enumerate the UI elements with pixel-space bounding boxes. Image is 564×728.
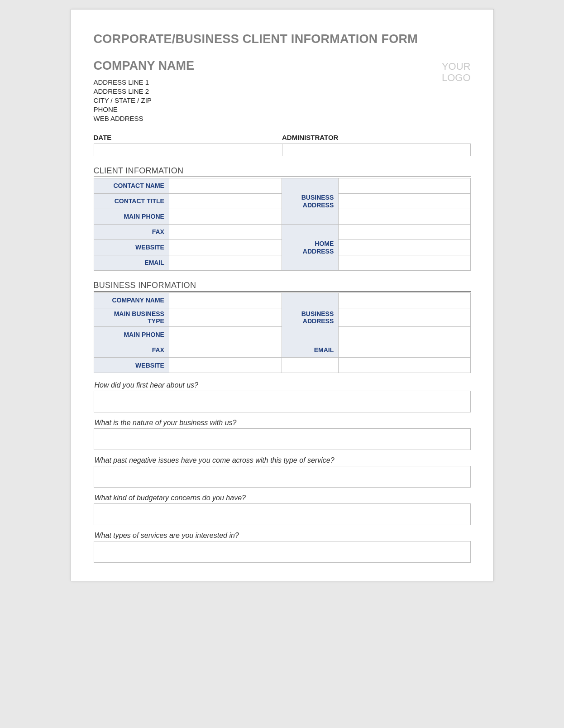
label-business-address: BUSINESS ADDRESS — [282, 178, 339, 225]
administrator-input[interactable] — [282, 144, 470, 156]
input-biz-fax[interactable] — [169, 342, 282, 358]
input-company-name[interactable] — [169, 293, 282, 308]
phone-line: PHONE — [94, 105, 195, 113]
input-email[interactable] — [169, 255, 282, 271]
label-biz-business-address: BUSINESS ADDRESS — [282, 293, 339, 342]
input-website[interactable] — [169, 240, 282, 255]
input-main-business-type[interactable] — [169, 308, 282, 327]
label-email: EMAIL — [94, 255, 169, 271]
client-info-heading: CLIENT INFORMATION — [94, 166, 471, 177]
client-info-table: CONTACT NAME BUSINESS ADDRESS CONTACT TI… — [94, 178, 471, 271]
web-line: WEB ADDRESS — [94, 115, 195, 122]
question-4-label: What kind of budgetary concerns do you h… — [95, 494, 471, 502]
label-biz-website: WEBSITE — [94, 358, 169, 373]
label-biz-fax: FAX — [94, 342, 169, 358]
label-main-phone: MAIN PHONE — [94, 209, 169, 225]
label-fax: FAX — [94, 225, 169, 240]
business-info-heading: BUSINESS INFORMATION — [94, 281, 471, 292]
label-biz-email: EMAIL — [282, 342, 339, 358]
input-business-address-3[interactable] — [339, 209, 470, 225]
input-biz-address-1[interactable] — [339, 293, 470, 308]
city-state-zip: CITY / STATE / ZIP — [94, 96, 195, 104]
input-biz-main-phone[interactable] — [169, 327, 282, 342]
input-main-phone[interactable] — [169, 209, 282, 225]
input-fax[interactable] — [169, 225, 282, 240]
input-business-address-1[interactable] — [339, 178, 470, 194]
question-1-input[interactable] — [94, 391, 471, 412]
date-label: DATE — [94, 134, 112, 141]
label-home-address: HOME ADDRESS — [282, 225, 339, 271]
company-header: COMPANY NAME ADDRESS LINE 1 ADDRESS LINE… — [94, 59, 195, 124]
blank-cell-1 — [282, 358, 339, 373]
document-page: CORPORATE/BUSINESS CLIENT INFORMATION FO… — [71, 9, 494, 581]
input-home-address-1[interactable] — [339, 225, 470, 240]
label-biz-main-phone: MAIN PHONE — [94, 327, 169, 342]
address-line-1: ADDRESS LINE 1 — [94, 78, 195, 86]
input-biz-email[interactable] — [339, 342, 470, 358]
question-5-input[interactable] — [94, 541, 471, 563]
label-contact-title: CONTACT TITLE — [94, 194, 169, 209]
address-line-2: ADDRESS LINE 2 — [94, 87, 195, 95]
label-main-business-type: MAIN BUSINESS TYPE — [94, 308, 169, 327]
input-home-address-3[interactable] — [339, 255, 470, 271]
logo-line1: YOUR — [442, 61, 471, 72]
input-biz-address-3[interactable] — [339, 327, 470, 342]
date-input[interactable] — [94, 144, 282, 156]
date-admin-row — [94, 144, 471, 156]
input-home-address-2[interactable] — [339, 240, 470, 255]
input-business-address-2[interactable] — [339, 194, 470, 209]
question-1-label: How did you first hear about us? — [95, 381, 471, 389]
input-biz-website[interactable] — [169, 358, 282, 373]
question-3-label: What past negative issues have you come … — [95, 456, 471, 465]
question-5-label: What types of services are you intereste… — [95, 532, 471, 540]
input-contact-title[interactable] — [169, 194, 282, 209]
label-contact-name: CONTACT NAME — [94, 178, 169, 194]
label-company-name: COMPANY NAME — [94, 293, 169, 308]
question-2-input[interactable] — [94, 428, 471, 450]
question-4-input[interactable] — [94, 503, 471, 525]
question-2-label: What is the nature of your business with… — [95, 419, 471, 427]
label-website: WEBSITE — [94, 240, 169, 255]
form-title: CORPORATE/BUSINESS CLIENT INFORMATION FO… — [94, 32, 471, 46]
input-biz-address-2[interactable] — [339, 308, 470, 327]
question-3-input[interactable] — [94, 466, 471, 488]
administrator-label: ADMINISTRATOR — [282, 134, 338, 141]
business-info-table: COMPANY NAME BUSINESS ADDRESS MAIN BUSIN… — [94, 292, 471, 373]
blank-cell-2 — [339, 358, 470, 373]
logo-line2: LOGO — [442, 72, 471, 83]
logo-placeholder: YOUR LOGO — [442, 59, 471, 84]
input-contact-name[interactable] — [169, 178, 282, 194]
company-name: COMPANY NAME — [94, 59, 195, 73]
